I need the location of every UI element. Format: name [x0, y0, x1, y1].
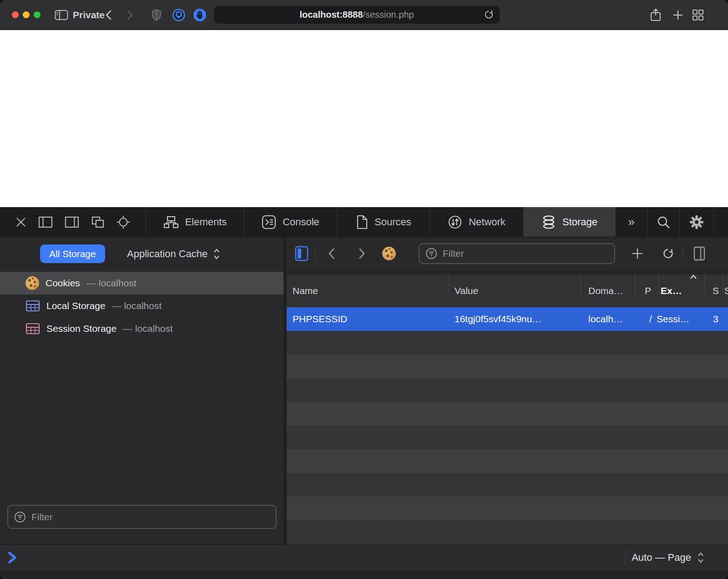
undock-window-icon[interactable] [91, 216, 105, 229]
stepper-chevrons-icon[interactable] [697, 552, 704, 564]
tab-storage[interactable]: Storage [523, 207, 615, 237]
column-header-secure[interactable]: S [713, 274, 719, 307]
content-blocker-extension-button[interactable] [193, 0, 207, 30]
storage-scope-bar: All Storage Application Cache [0, 237, 283, 270]
private-badge: Private [55, 0, 105, 30]
column-header-domain[interactable]: Doma… [588, 274, 623, 307]
cell-size: 3 [713, 307, 718, 331]
column-divider[interactable] [581, 274, 581, 295]
toolbar-divider [682, 245, 683, 262]
column-divider[interactable] [723, 274, 723, 295]
browser-toolbar: Private localhost:8888/session.php [0, 0, 728, 30]
split-divider[interactable] [283, 237, 287, 544]
column-header-expires[interactable]: Ex… [661, 274, 682, 307]
storage-panel: All Storage Application Cache Cookies — … [0, 237, 728, 544]
window-bottom-edge [0, 570, 728, 579]
back-button[interactable] [105, 0, 113, 30]
tab-console[interactable]: Console [244, 207, 337, 237]
column-divider[interactable] [704, 274, 705, 295]
share-button[interactable] [650, 0, 662, 30]
url-host: localhost:8888 [299, 10, 363, 20]
tab-elements[interactable]: Elements [146, 207, 244, 237]
storage-icon [541, 215, 556, 229]
table-pink-icon [25, 323, 40, 335]
element-picker-icon[interactable] [116, 215, 130, 229]
sidebar-item-session-storage[interactable]: Session Storage — localhost [0, 317, 283, 340]
sidebar-filter-field[interactable] [7, 505, 277, 529]
cookies-filter-field[interactable] [419, 243, 615, 264]
address-bar[interactable]: localhost:8888/session.php [214, 6, 500, 24]
sidebar-item-label: Local Storage [46, 300, 106, 311]
minimize-window-button[interactable] [23, 11, 30, 18]
tab-elements-label: Elements [185, 216, 227, 228]
column-divider[interactable] [635, 274, 635, 295]
sidebar-filter-input[interactable] [31, 512, 270, 523]
network-icon [448, 215, 462, 229]
devtools-tabbar: Elements Console Sources Network Storage… [0, 207, 728, 237]
gear-icon [689, 215, 704, 229]
history-back-button[interactable] [328, 237, 336, 270]
page-selector-label[interactable]: Auto — Page [632, 552, 691, 564]
console-prompt-icon[interactable] [7, 551, 17, 564]
cookie-icon [25, 276, 39, 290]
new-tab-button[interactable] [672, 0, 683, 30]
storage-type-dropdown[interactable]: Application Cache [127, 244, 220, 263]
column-header-name[interactable]: Name [293, 274, 318, 307]
dock-side-right-icon[interactable] [65, 216, 79, 228]
details-sidebar-toggle-icon[interactable] [693, 237, 705, 270]
cookie-icon [382, 237, 396, 270]
history-forward-button[interactable] [358, 237, 366, 270]
all-storage-button[interactable]: All Storage [40, 244, 105, 263]
stepper-chevrons-icon [213, 248, 220, 260]
filter-icon [425, 247, 438, 260]
sidebar-item-label: Cookies [46, 278, 80, 289]
cell-expires: Sessi… [657, 307, 689, 331]
forward-button[interactable] [126, 0, 134, 30]
dock-side-left-icon[interactable] [38, 216, 53, 228]
search-icon [657, 215, 670, 229]
column-divider[interactable] [658, 274, 659, 295]
console-icon [262, 215, 276, 229]
tab-network[interactable]: Network [430, 207, 523, 237]
cell-name: PHPSESSID [293, 307, 347, 331]
tab-sources[interactable]: Sources [337, 207, 430, 237]
sort-ascending-icon[interactable] [690, 274, 697, 279]
cell-domain: localh… [588, 307, 623, 331]
cell-path: / [649, 307, 652, 331]
cookies-filter-input[interactable] [443, 248, 609, 259]
sidebar-item-local-storage[interactable]: Local Storage — localhost [0, 295, 283, 317]
tab-network-label: Network [469, 216, 506, 228]
cookie-row-phpsessid[interactable]: PHPSESSID 16tgj0f5svf45k9nu… localh… / S… [287, 307, 728, 331]
sidebar-toggle-icon[interactable] [55, 10, 68, 20]
refresh-button[interactable] [662, 237, 674, 270]
privacy-shield-icon [151, 0, 162, 30]
more-tabs-glyph: » [628, 215, 634, 229]
column-header-path[interactable]: P [645, 274, 651, 307]
devtools-toolbar-cluster [0, 207, 146, 237]
add-cookie-button[interactable] [632, 237, 643, 270]
column-divider[interactable] [448, 274, 449, 295]
all-storage-label: All Storage [49, 249, 96, 259]
sidebar-item-cookies[interactable]: Cookies — localhost [0, 272, 283, 295]
close-window-button[interactable] [12, 11, 19, 18]
storage-tree: Cookies — localhost Local Storage — loca… [0, 272, 283, 340]
sidebar-item-host: — localhost [112, 300, 162, 311]
close-inspector-icon[interactable] [15, 217, 26, 228]
zoom-window-button[interactable] [34, 11, 40, 18]
sidebar-item-host: — localhost [86, 278, 136, 289]
safari-window: Private localhost:8888/session.php [0, 0, 728, 579]
reload-icon[interactable] [483, 9, 494, 20]
onepassword-extension-button[interactable] [172, 0, 186, 30]
cookies-table-header: Name Value Doma… P Ex… S S [287, 274, 728, 307]
settings-button[interactable] [679, 207, 713, 237]
tab-overview-button[interactable] [692, 0, 704, 30]
more-tabs-button[interactable]: » [615, 207, 647, 237]
column-header-value[interactable]: Value [455, 274, 478, 307]
column-header-samesite[interactable]: S [724, 274, 728, 307]
toggle-sidebar-icon[interactable] [295, 237, 308, 270]
tab-storage-label: Storage [562, 216, 597, 228]
devtools-statusbar: Auto — Page [0, 544, 728, 579]
tab-sources-label: Sources [374, 216, 411, 228]
search-button[interactable] [647, 207, 679, 237]
table-blue-icon [25, 300, 40, 312]
